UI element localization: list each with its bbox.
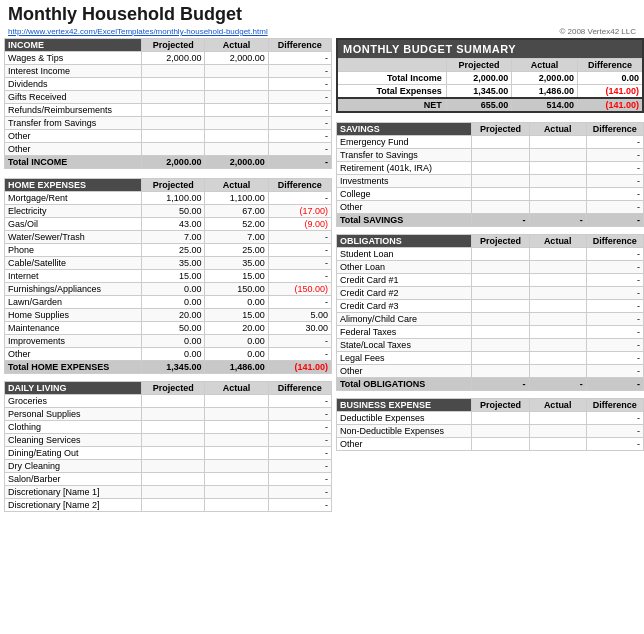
row-projected: 7.00 (142, 231, 205, 244)
row-projected: 0.00 (142, 335, 205, 348)
row-actual (529, 261, 586, 274)
row-projected: 0.00 (142, 348, 205, 361)
row-difference: - (268, 65, 331, 78)
row-projected (142, 460, 205, 473)
row-actual (205, 460, 268, 473)
row-actual (529, 274, 586, 287)
table-row: Maintenance 50.00 20.00 30.00 (5, 322, 332, 335)
row-difference: - (586, 201, 643, 214)
row-actual (529, 365, 586, 378)
income-total-actual: 2,000.00 (205, 156, 268, 169)
income-total-row: Total INCOME 2,000.00 2,000.00 - (5, 156, 332, 169)
row-actual (529, 326, 586, 339)
row-difference: - (268, 296, 331, 309)
row-difference: - (268, 408, 331, 421)
row-actual: 20.00 (205, 322, 268, 335)
copyright-text: © 2008 Vertex42 LLC (559, 27, 636, 36)
income-total-label: Total INCOME (5, 156, 142, 169)
summary-title: MONTHLY BUDGET SUMMARY (337, 39, 643, 59)
row-projected: 50.00 (142, 322, 205, 335)
row-difference: - (268, 78, 331, 91)
summary-income-difference: 0.00 (577, 72, 643, 85)
row-label: Non-Deductible Expenses (337, 425, 472, 438)
row-label: Credit Card #1 (337, 274, 472, 287)
row-difference: - (268, 395, 331, 408)
row-difference: - (586, 287, 643, 300)
row-projected (472, 438, 529, 451)
row-label: Alimony/Child Care (337, 313, 472, 326)
row-label: Groceries (5, 395, 142, 408)
summary-net-row: NET 655.00 514.00 (141.00) (337, 98, 643, 112)
summary-expenses-actual: 1,486.00 (512, 85, 578, 99)
summary-net-difference: (141.00) (577, 98, 643, 112)
website-link[interactable]: http://www.vertex42.com/ExcelTemplates/m… (8, 27, 268, 36)
table-row: Deductible Expenses - (337, 412, 644, 425)
obligations-total-label: Total OBLIGATIONS (337, 378, 472, 391)
row-actual (529, 149, 586, 162)
row-projected: 50.00 (142, 205, 205, 218)
row-label: Federal Taxes (337, 326, 472, 339)
row-projected (472, 261, 529, 274)
row-difference: (150.00) (268, 283, 331, 296)
table-row: Dry Cleaning - (5, 460, 332, 473)
obligations-total-row: Total OBLIGATIONS - - - (337, 378, 644, 391)
table-row: Home Supplies 20.00 15.00 5.00 (5, 309, 332, 322)
row-actual (205, 143, 268, 156)
row-label: Gas/Oil (5, 218, 142, 231)
row-difference: - (268, 244, 331, 257)
savings-difference-header: Difference (586, 123, 643, 136)
row-difference: - (268, 460, 331, 473)
row-difference: - (586, 261, 643, 274)
row-projected (142, 143, 205, 156)
row-label: Improvements (5, 335, 142, 348)
page-title: Monthly Household Budget (8, 4, 242, 25)
row-difference: - (268, 270, 331, 283)
row-actual (205, 499, 268, 512)
home-total-row: Total HOME EXPENSES 1,345.00 1,486.00 (1… (5, 361, 332, 374)
row-projected: 20.00 (142, 309, 205, 322)
table-row: Personal Supplies - (5, 408, 332, 421)
savings-section-header: SAVINGS (337, 123, 472, 136)
row-label: Other (337, 201, 472, 214)
row-actual (205, 104, 268, 117)
table-row: Other - (337, 365, 644, 378)
row-label: Deductible Expenses (337, 412, 472, 425)
row-difference: - (586, 188, 643, 201)
row-difference: - (268, 231, 331, 244)
table-row: Non-Deductible Expenses - (337, 425, 644, 438)
row-label: Water/Sewer/Trash (5, 231, 142, 244)
income-section-header: INCOME (5, 39, 142, 52)
row-difference: - (268, 117, 331, 130)
row-projected: 1,100.00 (142, 192, 205, 205)
row-actual (205, 78, 268, 91)
row-projected (142, 104, 205, 117)
row-actual (205, 117, 268, 130)
daily-section-header: DAILY LIVING (5, 382, 142, 395)
row-actual (205, 447, 268, 460)
row-projected (142, 130, 205, 143)
row-label: Maintenance (5, 322, 142, 335)
table-row: Dining/Eating Out - (5, 447, 332, 460)
row-label: Lawn/Garden (5, 296, 142, 309)
table-row: Mortgage/Rent 1,100.00 1,100.00 - (5, 192, 332, 205)
obligations-total-actual: - (529, 378, 586, 391)
table-row: Student Loan - (337, 248, 644, 261)
table-row: Other - (337, 438, 644, 451)
row-projected (472, 287, 529, 300)
row-actual: 52.00 (205, 218, 268, 231)
table-row: Federal Taxes - (337, 326, 644, 339)
row-difference: - (268, 473, 331, 486)
table-row: Electricity 50.00 67.00 (17.00) (5, 205, 332, 218)
income-difference-header: Difference (268, 39, 331, 52)
obligations-table: OBLIGATIONS Projected Actual Difference … (336, 234, 644, 391)
summary-income-label: Total Income (337, 72, 446, 85)
row-difference: - (586, 248, 643, 261)
row-projected: 25.00 (142, 244, 205, 257)
row-label: Dry Cleaning (5, 460, 142, 473)
row-actual (529, 352, 586, 365)
row-projected: 2,000.00 (142, 52, 205, 65)
row-actual (529, 136, 586, 149)
table-row: Internet 15.00 15.00 - (5, 270, 332, 283)
row-projected: 15.00 (142, 270, 205, 283)
row-label: Refunds/Reimbursements (5, 104, 142, 117)
